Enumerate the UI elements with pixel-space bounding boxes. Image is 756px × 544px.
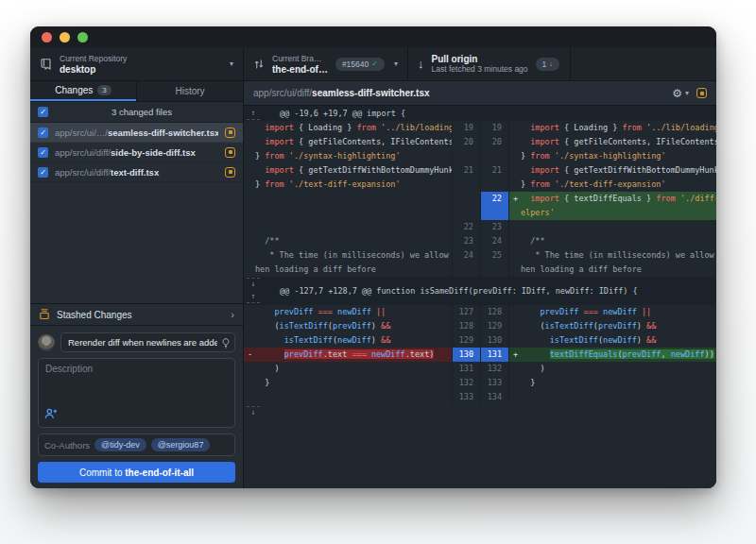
line-number-old[interactable]: 133 bbox=[452, 390, 480, 404]
code-line-old: - prevDiff.text === newDiff.text) bbox=[244, 348, 452, 362]
diff-row: 133134 bbox=[244, 390, 716, 404]
toolbar: Current Repository desktop ▾ Current Bra… bbox=[30, 47, 716, 81]
commit-description-box bbox=[38, 358, 235, 428]
file-checkbox[interactable]: ✓ bbox=[38, 128, 48, 138]
add-coauthor-icon[interactable] bbox=[44, 406, 58, 423]
stashed-changes-label: Stashed Changes bbox=[57, 310, 132, 320]
line-number-new[interactable]: 134 bbox=[480, 390, 508, 404]
diff-panel: app/src/ui/diff/seamless-diff-switcher.t… bbox=[244, 81, 716, 488]
line-number-old[interactable]: 130 bbox=[452, 348, 480, 362]
code-line-new: + textDiffEquals(prevDiff, newDiff)) bbox=[508, 348, 716, 362]
line-number-old[interactable]: 21 bbox=[452, 163, 480, 192]
line-number-old[interactable]: 127 bbox=[452, 305, 480, 319]
line-number-new[interactable]: 19 bbox=[480, 121, 508, 135]
line-number-old[interactable]: 128 bbox=[452, 319, 480, 333]
line-number-new[interactable]: 20 bbox=[480, 135, 508, 163]
line-number-old[interactable]: 131 bbox=[452, 362, 480, 376]
commit-button[interactable]: Commit to the-end-of-it-all bbox=[38, 462, 235, 483]
line-number-old[interactable]: 24 bbox=[452, 248, 480, 277]
hunk-header: @@ -127,7 +128,7 @@ function isSameDiff(… bbox=[244, 277, 716, 305]
file-checkbox[interactable]: ✓ bbox=[38, 167, 48, 178]
diff-row: prevDiff === newDiff ||127128 prevDiff =… bbox=[244, 305, 716, 319]
coauthor-pill[interactable]: @sergiou87 bbox=[151, 438, 211, 451]
chevron-right-icon: › bbox=[231, 309, 234, 320]
line-number-new[interactable]: 130 bbox=[480, 333, 508, 348]
code-line-old: prevDiff === newDiff || bbox=[244, 305, 452, 319]
code-line-old: import { getFileContents, IFileContents}… bbox=[244, 135, 452, 163]
file-row-text-diff[interactable]: ✓ app/src/ui/diff/text-diff.tsx bbox=[30, 162, 243, 182]
stashed-changes-row[interactable]: Stashed Changes › bbox=[30, 303, 243, 326]
line-number-new[interactable]: 133 bbox=[480, 376, 508, 390]
hunk-header: @@ -19,6 +19,7 @@ import { bbox=[244, 106, 716, 121]
repo-label: Current Repository bbox=[60, 54, 127, 64]
toolbar-spacer bbox=[571, 47, 716, 80]
modified-status-icon bbox=[225, 128, 235, 138]
code-line-new: prevDiff === newDiff || bbox=[508, 305, 716, 319]
app-window: Current Repository desktop ▾ Current Bra… bbox=[30, 26, 716, 488]
minimize-window-button[interactable] bbox=[60, 32, 70, 42]
line-number-old[interactable] bbox=[452, 192, 480, 220]
diff-row: isTextDiff(newDiff) &&129130 isTextDiff(… bbox=[244, 333, 716, 348]
line-number-new[interactable]: 22 bbox=[480, 192, 508, 220]
line-number-new[interactable]: 128 bbox=[480, 305, 508, 319]
code-line-old bbox=[244, 390, 452, 404]
line-number-new[interactable]: 25 bbox=[480, 248, 508, 277]
select-all-checkbox[interactable]: ✓ bbox=[38, 107, 48, 117]
diff-options-button[interactable]: ⚙ ▾ bbox=[672, 87, 689, 100]
commit-summary-input[interactable] bbox=[60, 332, 235, 352]
code-line-old: import { Loading } from '../lib/loading' bbox=[244, 121, 452, 135]
repo-icon bbox=[40, 58, 52, 71]
line-number-old[interactable]: 23 bbox=[452, 234, 480, 248]
sidebar-spacer bbox=[30, 182, 243, 303]
line-number-new[interactable]: 23 bbox=[480, 220, 508, 234]
line-number-new[interactable]: 24 bbox=[480, 234, 508, 248]
line-number-new[interactable]: 21 bbox=[480, 163, 508, 192]
diff-row: (isTextDiff(prevDiff) &&128129 (isTextDi… bbox=[244, 319, 716, 333]
branch-switcher[interactable]: Current Bra… the-end-of… #15640 ✓ ▾ bbox=[244, 47, 408, 80]
branch-name: the-end-of… bbox=[272, 64, 328, 75]
diff-row: }132133 } bbox=[244, 376, 716, 390]
lightbulb-icon[interactable] bbox=[220, 336, 232, 353]
file-checkbox[interactable]: ✓ bbox=[38, 147, 48, 158]
file-row-seamless-diff-switcher[interactable]: ✓ app/src/ui/…/seamless-diff-switcher.ts… bbox=[30, 123, 243, 143]
branch-icon bbox=[253, 58, 265, 71]
line-number-old[interactable]: 19 bbox=[452, 121, 480, 135]
close-window-button[interactable] bbox=[42, 32, 52, 42]
tab-changes[interactable]: Changes 3 bbox=[30, 81, 136, 101]
zoom-window-button[interactable] bbox=[77, 32, 88, 42]
modified-status-icon bbox=[225, 167, 235, 178]
chevron-down-icon: ▾ bbox=[685, 89, 689, 97]
diff-rows: @@ -19,6 +19,7 @@ import { import { Load… bbox=[244, 106, 716, 404]
expand-down-icon[interactable]: ↓ bbox=[247, 278, 260, 290]
repository-switcher[interactable]: Current Repository desktop ▾ bbox=[30, 47, 244, 80]
code-line-new: } bbox=[508, 376, 716, 390]
file-row-side-by-side-diff[interactable]: ✓ app/src/ui/diff/side-by-side-diff.tsx bbox=[30, 143, 243, 162]
commit-description-input[interactable] bbox=[39, 359, 234, 410]
code-line-old: /** bbox=[244, 234, 452, 248]
expand-down-icon[interactable]: ↓ bbox=[247, 406, 260, 418]
pr-check-icon: ✓ bbox=[371, 60, 378, 68]
line-number-old[interactable]: 20 bbox=[452, 135, 480, 163]
line-number-old[interactable]: 22 bbox=[452, 220, 480, 234]
changes-count-badge: 3 bbox=[97, 85, 111, 95]
expand-up-icon[interactable]: ↑ bbox=[247, 291, 260, 303]
changes-sidebar: Changes 3 History ✓ 3 changed files ✓ ap… bbox=[30, 81, 244, 488]
code-line-new: isTextDiff(newDiff) && bbox=[508, 333, 716, 348]
tab-history[interactable]: History bbox=[136, 81, 243, 101]
line-number-new[interactable]: 131 bbox=[480, 348, 508, 362]
stash-icon bbox=[39, 309, 50, 320]
diff-view: @@ -19,6 +19,7 @@ import { import { Load… bbox=[244, 106, 716, 488]
code-line-new: import { getTextDiffWithBottomDummyHunk}… bbox=[508, 163, 716, 192]
line-number-old[interactable]: 132 bbox=[452, 376, 480, 390]
expand-up-icon[interactable]: ↑ bbox=[247, 108, 260, 120]
coauthors-label: Co-Authors bbox=[44, 440, 90, 450]
line-number-old[interactable]: 129 bbox=[452, 333, 480, 348]
line-number-new[interactable]: 132 bbox=[480, 362, 508, 376]
code-line-new: ) bbox=[508, 362, 716, 376]
pull-origin-button[interactable]: ↓ Pull origin Last fetched 3 minutes ago… bbox=[408, 47, 571, 80]
diff-row: import { getTextDiffWithBottomDummyHunk}… bbox=[244, 163, 716, 192]
line-number-new[interactable]: 129 bbox=[480, 319, 508, 333]
coauthors-field[interactable]: Co-Authors @tidy-dev @sergiou87 bbox=[38, 434, 235, 456]
coauthor-pill[interactable]: @tidy-dev bbox=[94, 438, 146, 451]
changed-files-count: 3 changed files bbox=[48, 107, 235, 117]
